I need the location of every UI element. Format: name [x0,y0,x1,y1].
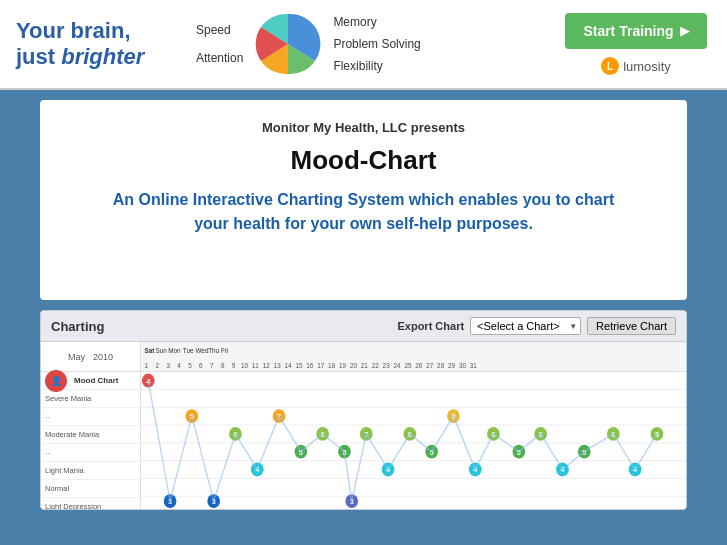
svg-text:3: 3 [166,361,170,368]
svg-text:19: 19 [339,361,346,368]
pie-chart-icon [253,9,323,79]
month-header: May 2010 [41,342,140,372]
svg-text:Tue: Tue [183,347,194,354]
chart-main-area: Sat Sun Mon Tue Wed Thu Fri 1 2 3 4 5 6 … [141,342,686,510]
chart-select-wrapper[interactable]: <Select a Chart> [470,317,581,335]
chart-header: Charting Export Chart <Select a Chart> R… [41,311,686,342]
chart-select[interactable]: <Select a Chart> [470,317,581,335]
svg-text:Sun: Sun [156,347,168,354]
svg-text:Thu: Thu [208,347,219,354]
svg-text:8: 8 [221,361,225,368]
row-light-mania: Light Mania [41,462,140,480]
svg-text:7: 7 [210,361,214,368]
row-moderate-mania: Moderate Mania [41,426,140,444]
svg-text:Mon: Mon [168,347,181,354]
svg-text:10: 10 [241,361,248,368]
lumosity-logo: L lumosity [601,57,671,75]
ad-tagline-italic: brighter [61,44,144,69]
row-dash-1: -- [41,408,140,426]
svg-text:23: 23 [383,361,390,368]
svg-text:16: 16 [306,361,313,368]
chart-row-header: 👤 Mood Chart [41,372,140,390]
svg-text:25: 25 [404,361,411,368]
ad-labels-right: Memory Problem Solving Flexibility [333,15,420,73]
svg-text:30: 30 [459,361,466,368]
chart-avatar: 👤 [45,370,67,392]
lumosity-icon: L [601,57,619,75]
svg-text:15: 15 [295,361,302,368]
export-label: Export Chart [397,320,464,332]
svg-text:2: 2 [156,361,160,368]
svg-text:5: 5 [188,361,192,368]
svg-text:27: 27 [426,361,433,368]
row-dash-2: -- [41,444,140,462]
svg-text:29: 29 [448,361,455,368]
svg-text:22: 22 [372,361,379,368]
ad-middle: Speed Attention Memory Problem Solving F… [196,9,561,79]
svg-text:1: 1 [145,361,149,368]
svg-text:28: 28 [437,361,444,368]
ad-banner: Your brain, just brighter Speed Attentio… [0,0,727,90]
page-title: Mood-Chart [70,145,657,176]
ad-cta: Start Training L lumosity [561,13,711,75]
main-content: Monitor My Health, LLC presents Mood-Cha… [40,100,687,300]
chart-svg: Sat Sun Mon Tue Wed Thu Fri 1 2 3 4 5 6 … [141,342,686,510]
row-light-depression: Light Depression [41,498,140,510]
svg-text:26: 26 [415,361,422,368]
charting-label: Charting [51,319,104,334]
svg-text:17: 17 [317,361,324,368]
svg-text:6: 6 [199,361,203,368]
lumosity-label: lumosity [623,59,671,74]
ad-tagline-text: Your brain, just brighter [16,18,196,71]
svg-text:11: 11 [252,361,259,368]
svg-text:12: 12 [263,361,270,368]
svg-text:21: 21 [361,361,368,368]
presenter-text: Monitor My Health, LLC presents [70,120,657,135]
svg-text:31: 31 [470,361,477,368]
chart-toolbar: Export Chart <Select a Chart> Retrieve C… [397,317,676,335]
svg-text:20: 20 [350,361,357,368]
svg-text:13: 13 [274,361,281,368]
retrieve-button[interactable]: Retrieve Chart [587,317,676,335]
svg-text:Sat: Sat [145,347,156,354]
svg-text:18: 18 [328,361,335,368]
svg-text:24: 24 [394,361,401,368]
ad-labels-left: Speed Attention [196,23,243,65]
chart-left-panel: May 2010 👤 Mood Chart Severe Mania -- Mo… [41,342,141,510]
chart-body: May 2010 👤 Mood Chart Severe Mania -- Mo… [41,342,686,510]
svg-text:9: 9 [232,361,236,368]
mood-chart-row-label: Mood Chart [74,376,118,385]
start-training-button[interactable]: Start Training [565,13,706,49]
ad-tagline: Your brain, just brighter [16,18,196,71]
row-severe-mania: Severe Mania [41,390,140,408]
subtitle: An Online Interactive Charting System wh… [70,188,657,236]
row-normal: Normal [41,480,140,498]
svg-text:14: 14 [285,361,292,368]
svg-text:4: 4 [177,361,181,368]
svg-text:Wed: Wed [196,347,209,354]
svg-text:Fri: Fri [221,347,229,354]
chart-preview: Charting Export Chart <Select a Chart> R… [40,310,687,510]
